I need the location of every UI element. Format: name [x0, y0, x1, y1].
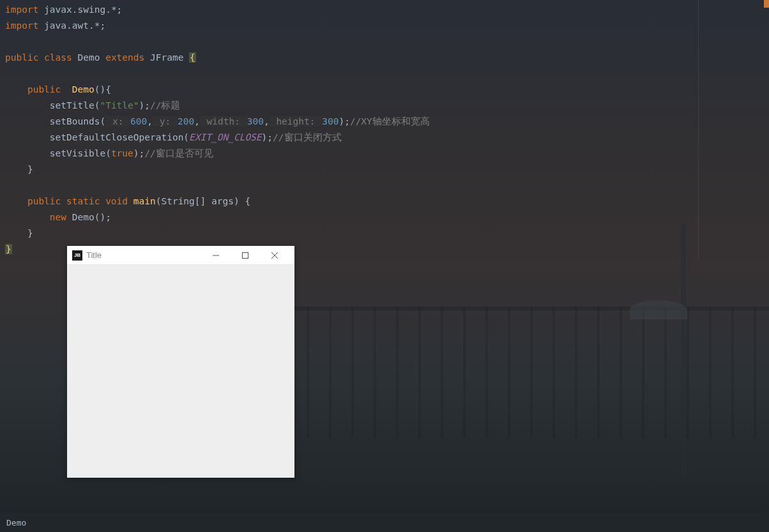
code-line-14[interactable]: new Demo(); [5, 209, 693, 225]
window-title-text: Title [86, 250, 201, 260]
breadcrumb-item[interactable]: Demo [6, 518, 26, 528]
code-line-5[interactable] [5, 66, 693, 82]
close-button[interactable] [260, 246, 289, 265]
code-line-13[interactable]: public static void main(String[] args) { [5, 194, 693, 209]
code-line-3[interactable] [5, 34, 693, 50]
code-line-7[interactable]: setTitle("Title");//标题 [5, 98, 693, 114]
code-line-15[interactable]: } [5, 225, 693, 241]
code-editor[interactable]: import javax.swing.*; import java.awt.*;… [0, 0, 699, 259]
code-line-6[interactable]: public Demo(){ [5, 82, 693, 98]
code-line-2[interactable]: import java.awt.*; [5, 18, 693, 34]
swing-demo-window[interactable]: JB Title [67, 246, 294, 478]
svg-rect-1 [243, 252, 248, 258]
code-line-12[interactable] [5, 178, 693, 194]
window-titlebar[interactable]: JB Title [67, 246, 294, 265]
code-line-1[interactable]: import javax.swing.*; [5, 2, 693, 18]
error-stripe-marker[interactable] [764, 0, 769, 8]
breadcrumb-bar[interactable]: Demo [0, 513, 769, 532]
minimize-button[interactable] [201, 246, 231, 265]
close-icon [271, 252, 278, 259]
maximize-button[interactable] [231, 246, 260, 265]
streetlight-decoration [681, 224, 686, 479]
code-line-10[interactable]: setVisible(true);//窗口是否可见 [5, 146, 693, 162]
window-controls [201, 246, 289, 265]
code-line-9[interactable]: setDefaultCloseOperation(EXIT_ON_CLOSE);… [5, 130, 693, 146]
code-line-8[interactable]: setBounds( x: 600, y: 200, width: 300, h… [5, 114, 693, 130]
jb-icon: JB [72, 250, 82, 261]
minimize-icon [213, 252, 219, 259]
code-line-11[interactable]: } [5, 162, 693, 178]
maximize-icon [242, 252, 248, 259]
code-line-4[interactable]: public class Demo extends JFrame { [5, 50, 693, 66]
